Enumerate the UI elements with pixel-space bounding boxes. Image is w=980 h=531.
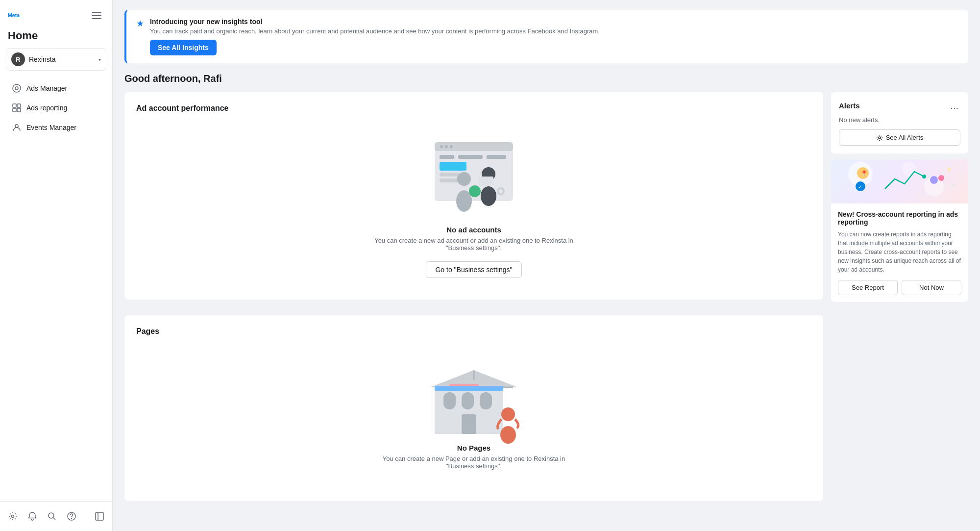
- insights-banner: ★ Introducing your new insights tool You…: [124, 10, 968, 63]
- svg-point-10: [15, 125, 18, 127]
- page-title: Home: [0, 27, 112, 48]
- svg-rect-8: [13, 108, 16, 112]
- svg-rect-42: [462, 414, 476, 434]
- nav-list: Ads Manager Ads reporting Events Manag: [0, 76, 112, 139]
- meta-logo-svg: Meta: [8, 11, 31, 20]
- pages-empty-desc: You can create a new Page or add an exis…: [371, 455, 577, 470]
- svg-text:📍: 📍: [860, 170, 868, 177]
- banner-title: Introducing your new insights tool: [150, 18, 958, 25]
- see-all-alerts-label: See All Alerts: [886, 134, 924, 141]
- svg-point-56: [922, 175, 926, 178]
- svg-point-32: [481, 186, 496, 206]
- svg-rect-3: [92, 18, 101, 19]
- sidebar-item-ads-reporting-label: Ads reporting: [26, 104, 67, 112]
- not-now-button[interactable]: Not Now: [902, 280, 961, 295]
- svg-rect-24: [487, 155, 506, 159]
- sidebar-item-ads-manager-label: Ads Manager: [26, 84, 67, 92]
- see-all-insights-button[interactable]: See All Insights: [150, 40, 217, 55]
- cross-account-illustration: 📍 ✓ ★ ★: [831, 159, 968, 203]
- see-all-alerts-button[interactable]: See All Alerts: [839, 129, 960, 146]
- sidebar-toggle-button[interactable]: [91, 507, 108, 525]
- right-column: Alerts ... No new alerts. See All Alerts: [831, 92, 968, 302]
- svg-rect-40: [462, 392, 474, 409]
- svg-text:Meta: Meta: [8, 12, 20, 18]
- main-content: ★ Introducing your new insights tool You…: [113, 0, 980, 531]
- hamburger-button[interactable]: [89, 8, 104, 24]
- svg-point-12: [49, 513, 54, 518]
- pages-empty-title: No Pages: [457, 444, 490, 452]
- svg-point-19: [440, 145, 443, 148]
- svg-rect-41: [480, 392, 492, 409]
- banner-content: Introducing your new insights tool You c…: [150, 18, 958, 55]
- account-name: Rexinsta: [29, 55, 95, 63]
- see-report-button[interactable]: See Report: [838, 280, 898, 295]
- ad-account-empty-title: No ad accounts: [446, 226, 501, 234]
- ad-account-illustration: [420, 132, 528, 216]
- svg-point-30: [469, 185, 481, 197]
- banner-description: You can track paid and organic reach, le…: [150, 27, 958, 35]
- svg-rect-23: [458, 155, 483, 159]
- svg-text:★: ★: [946, 165, 953, 173]
- avatar: R: [11, 52, 25, 66]
- alerts-more-button[interactable]: ...: [948, 100, 960, 111]
- sidebar-item-ads-reporting[interactable]: Ads reporting: [4, 98, 108, 118]
- alerts-header: Alerts ...: [839, 100, 960, 111]
- cross-account-card: 📍 ✓ ★ ★: [831, 159, 968, 302]
- cross-account-desc: You can now create reports in ads report…: [838, 230, 961, 274]
- svg-point-14: [72, 519, 72, 519]
- ad-account-empty-state: No ad accounts You can create a new ad a…: [136, 123, 811, 288]
- svg-point-35: [499, 189, 503, 193]
- svg-point-28: [457, 172, 471, 186]
- alerts-box: Alerts ... No new alerts. See All Alerts: [831, 92, 968, 153]
- pages-card: Pages: [124, 315, 823, 501]
- business-settings-button[interactable]: Go to "Business settings": [426, 261, 521, 278]
- svg-rect-26: [440, 173, 459, 177]
- svg-text:✓: ✓: [858, 184, 862, 190]
- alerts-title: Alerts: [839, 101, 860, 110]
- bell-button[interactable]: [24, 507, 41, 525]
- svg-rect-2: [92, 15, 101, 16]
- pages-empty-state: No Pages You can create a new Page or ad…: [136, 346, 811, 489]
- svg-rect-45: [435, 386, 503, 391]
- help-button[interactable]: [63, 507, 80, 525]
- svg-rect-33: [479, 177, 493, 186]
- meta-logo: Meta: [8, 11, 31, 20]
- svg-point-5: [15, 87, 18, 90]
- svg-point-58: [938, 175, 944, 181]
- svg-text:★: ★: [951, 182, 956, 187]
- sidebar-item-ads-manager[interactable]: Ads Manager: [4, 78, 108, 98]
- svg-rect-9: [17, 108, 21, 112]
- svg-rect-6: [13, 104, 16, 107]
- svg-point-11: [12, 515, 14, 518]
- svg-point-48: [879, 137, 881, 139]
- sidebar-item-events-manager-label: Events Manager: [26, 124, 76, 131]
- ads-manager-icon: [12, 83, 22, 93]
- svg-rect-15: [96, 512, 103, 520]
- svg-point-51: [902, 162, 917, 177]
- svg-rect-25: [440, 162, 466, 171]
- svg-point-46: [501, 407, 515, 421]
- svg-rect-39: [443, 392, 456, 409]
- svg-rect-7: [17, 104, 21, 107]
- svg-point-20: [445, 145, 448, 148]
- ad-account-empty-desc: You can create a new ad account or add a…: [371, 237, 577, 252]
- cross-account-actions: See Report Not Now: [838, 280, 961, 295]
- sidebar-item-events-manager[interactable]: Events Manager: [4, 118, 108, 137]
- ad-account-card: Ad account performance: [124, 92, 823, 300]
- svg-point-21: [450, 145, 453, 148]
- pages-card-title: Pages: [136, 327, 811, 336]
- svg-point-47: [500, 426, 516, 444]
- cross-account-title: New! Cross-account reporting in ads repo…: [838, 210, 961, 226]
- events-manager-icon: [12, 123, 22, 132]
- star-icon: ★: [136, 18, 144, 29]
- settings-button[interactable]: [4, 507, 22, 525]
- svg-point-57: [930, 176, 938, 184]
- account-selector[interactable]: R Rexinsta ▾: [6, 48, 106, 71]
- svg-rect-22: [440, 155, 454, 159]
- ads-reporting-icon: [12, 103, 22, 113]
- sidebar: Meta Home R Rexinsta ▾ Ads Manager: [0, 0, 113, 531]
- svg-rect-1: [92, 12, 101, 13]
- search-button[interactable]: [43, 507, 61, 525]
- sidebar-bottom: [0, 501, 112, 531]
- alerts-empty-text: No new alerts.: [839, 116, 960, 124]
